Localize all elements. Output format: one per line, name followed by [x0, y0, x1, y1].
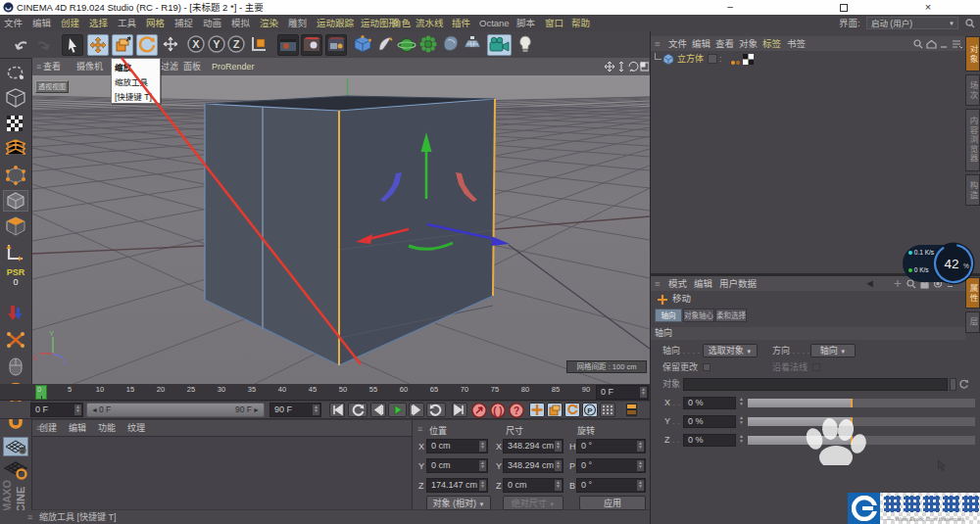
svg-text:X: X — [192, 38, 200, 50]
svg-text:P: P — [587, 406, 593, 415]
svg-text:%: % — [963, 262, 969, 269]
svg-text:42: 42 — [944, 257, 958, 271]
svg-text:?: ? — [514, 405, 519, 416]
svg-text:Z: Z — [233, 38, 240, 50]
svg-text:( ): ( ) — [493, 405, 502, 416]
svg-text:Y: Y — [213, 38, 220, 50]
svg-text:Y: Y — [49, 329, 55, 338]
svg-text:X: X — [32, 354, 38, 362]
svg-text:Z: Z — [63, 357, 68, 366]
